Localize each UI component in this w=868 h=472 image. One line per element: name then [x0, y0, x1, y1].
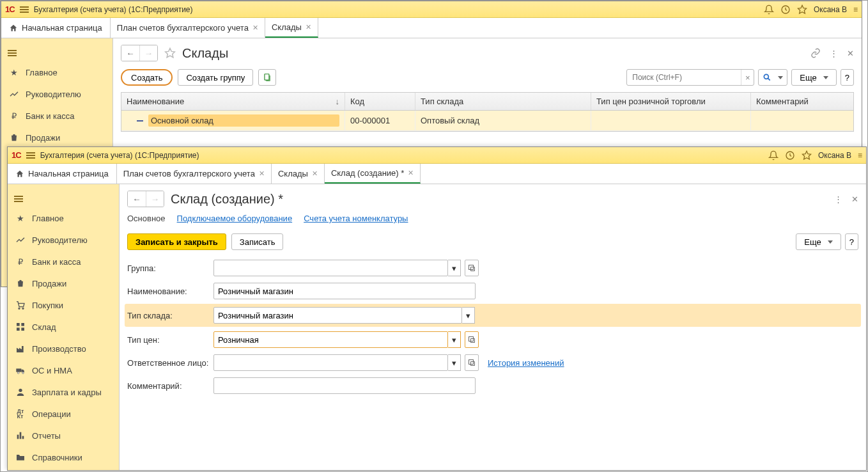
sidebar-item-purchases[interactable]: Покупки	[8, 294, 119, 316]
svg-line-7	[768, 78, 770, 80]
open-icon[interactable]	[465, 331, 479, 348]
save-close-button[interactable]: Записать и закрыть	[127, 233, 226, 250]
kebab-icon[interactable]: ⋮	[834, 194, 842, 204]
sidebar-item-main[interactable]: ★Главное	[1, 61, 112, 83]
menu-bars-icon[interactable]: ≡	[853, 5, 858, 14]
svg-marker-4	[166, 49, 175, 58]
sidebar-item-label: Отчеты	[32, 431, 61, 441]
grid-cell-name: Основной склад	[121, 111, 345, 130]
collapse-icon[interactable]	[137, 120, 143, 122]
grid-row[interactable]: Основной склад 00-000001 Оптовый склад	[121, 111, 853, 131]
type-field[interactable]	[213, 307, 462, 324]
tab-chart-of-accounts[interactable]: План счетов бухгалтерского учета ✕	[111, 18, 265, 38]
search-menu-button[interactable]	[758, 69, 787, 86]
sidebar-item-assets[interactable]: ОС и НМА	[8, 359, 119, 381]
hamburger-icon[interactable]	[20, 6, 29, 13]
sidebar-item-warehouse[interactable]: Склад	[8, 316, 119, 338]
grid-header-type[interactable]: Тип склада	[415, 93, 591, 110]
back-button[interactable]: ←	[128, 191, 146, 207]
sidebar-item-sales[interactable]: Продажи	[8, 272, 119, 294]
dropdown-icon[interactable]: ▾	[448, 260, 461, 276]
grid-header-price-type[interactable]: Тип цен розничной торговли	[591, 93, 751, 110]
close-icon[interactable]: ✕	[259, 169, 265, 178]
open-icon[interactable]	[465, 260, 479, 276]
star-icon[interactable]	[802, 150, 812, 161]
sidebar-hamburger[interactable]	[8, 184, 119, 207]
history-icon[interactable]	[780, 4, 791, 15]
close-icon[interactable]: ✕	[847, 49, 854, 58]
help-button[interactable]: ?	[845, 233, 858, 250]
sidebar-item-dictionaries[interactable]: Справочники	[8, 446, 119, 468]
search-input[interactable]	[627, 73, 741, 82]
responsible-field[interactable]	[213, 354, 448, 371]
tab-warehouses[interactable]: Склады✕	[272, 164, 325, 184]
sidebar-item-manager[interactable]: Руководителю	[8, 229, 119, 251]
kebab-icon[interactable]: ⋮	[830, 49, 838, 58]
history-link[interactable]: История изменений	[488, 358, 564, 368]
sidebar-item-manager[interactable]: Руководителю	[1, 83, 112, 105]
sidebar-item-bank[interactable]: ₽Банк и касса	[8, 251, 119, 272]
sub-tab-accounts[interactable]: Счета учета номенклатуры	[304, 214, 408, 223]
sidebar-item-salary[interactable]: Зарплата и кадры	[8, 381, 119, 403]
comment-field[interactable]	[213, 377, 476, 394]
menu-bars-icon[interactable]: ≡	[858, 151, 862, 160]
sidebar-item-reports[interactable]: Отчеты	[8, 425, 119, 446]
open-icon[interactable]	[465, 354, 479, 371]
dropdown-icon[interactable]: ▾	[462, 307, 475, 324]
forward-button[interactable]: →	[146, 191, 164, 207]
data-grid: Наименование↓ Код Тип склада Тип цен роз…	[121, 92, 854, 132]
sidebar-hamburger[interactable]	[1, 38, 112, 61]
sidebar-item-label: Зарплата и кадры	[32, 388, 102, 397]
sub-tab-main[interactable]: Основное	[127, 214, 166, 223]
close-icon[interactable]: ✕	[408, 169, 414, 177]
cart-icon	[15, 300, 26, 310]
sidebar-item-production[interactable]: Производство	[8, 338, 119, 359]
tab-home[interactable]: Начальная страница	[8, 164, 117, 184]
refresh-button[interactable]	[258, 69, 276, 86]
create-button[interactable]: Создать	[121, 69, 173, 86]
dropdown-icon[interactable]: ▾	[448, 354, 461, 371]
sidebar-item-main[interactable]: ★Главное	[8, 207, 119, 229]
forward-button[interactable]: →	[139, 45, 157, 61]
window-warehouse-create: 1C Бухгалтерия (счета учета) (1С:Предпри…	[7, 146, 867, 471]
history-icon[interactable]	[785, 150, 795, 161]
sidebar-item-operations[interactable]: ДтКтОперации	[8, 403, 119, 425]
help-button[interactable]: ?	[841, 69, 854, 86]
star-icon[interactable]	[797, 4, 807, 15]
sidebar-item-bank[interactable]: ₽Банк и касса	[1, 105, 112, 127]
tab-warehouses[interactable]: Склады ✕	[265, 18, 318, 38]
close-icon[interactable]: ✕	[252, 24, 258, 32]
header-label: Комментарий	[756, 97, 809, 106]
tab-chart-of-accounts[interactable]: План счетов бухгалтерского учета✕	[117, 164, 272, 184]
create-group-button[interactable]: Создать группу	[178, 69, 253, 86]
tab-home[interactable]: Начальная страница	[1, 18, 111, 38]
user-name[interactable]: Оксана В	[814, 5, 847, 14]
tab-warehouse-create[interactable]: Склад (создание) *✕	[325, 164, 421, 184]
bell-icon[interactable]	[764, 4, 774, 15]
dropdown-icon[interactable]: ▾	[448, 331, 461, 348]
favorite-star-icon[interactable]	[164, 47, 176, 59]
user-name[interactable]: Оксана В	[818, 151, 851, 160]
sidebar-item-sales[interactable]: Продажи	[1, 127, 112, 148]
group-field[interactable]	[213, 260, 448, 276]
more-button[interactable]: Еще	[791, 69, 836, 86]
grid-header-code[interactable]: Код	[345, 93, 415, 110]
save-button[interactable]: Записать	[231, 233, 284, 250]
more-button[interactable]: Еще	[796, 233, 841, 250]
bell-icon[interactable]	[768, 150, 779, 161]
clear-search-icon[interactable]: ×	[741, 70, 754, 85]
svg-rect-12	[17, 323, 20, 326]
sub-tab-equipment[interactable]: Подключаемое оборудование	[177, 214, 293, 223]
back-button[interactable]: ←	[121, 45, 139, 61]
close-icon[interactable]: ✕	[312, 169, 318, 178]
close-icon[interactable]: ✕	[851, 194, 858, 204]
close-icon[interactable]: ✕	[306, 23, 311, 31]
price-type-field[interactable]	[213, 331, 448, 348]
form-row-responsible: Ответственное лицо: ▾ История изменений	[127, 351, 858, 374]
grid-header-name[interactable]: Наименование↓	[121, 93, 345, 110]
name-field[interactable]	[213, 283, 476, 299]
tab-label: Склад (создание) *	[331, 168, 404, 178]
link-icon[interactable]	[810, 48, 821, 58]
hamburger-icon[interactable]	[26, 152, 35, 159]
grid-header-comment[interactable]: Комментарий	[751, 93, 853, 110]
